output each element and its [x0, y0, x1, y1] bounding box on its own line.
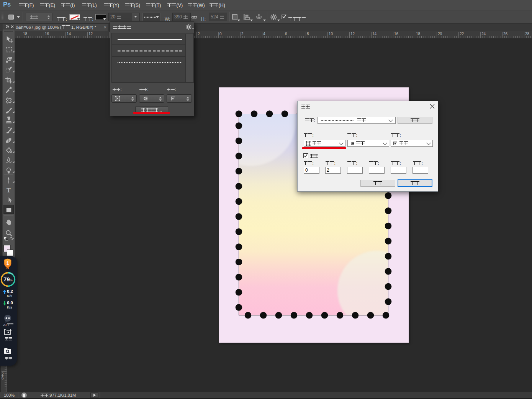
svg-text:T: T: [7, 187, 11, 194]
svg-text:1: 1: [7, 261, 9, 266]
